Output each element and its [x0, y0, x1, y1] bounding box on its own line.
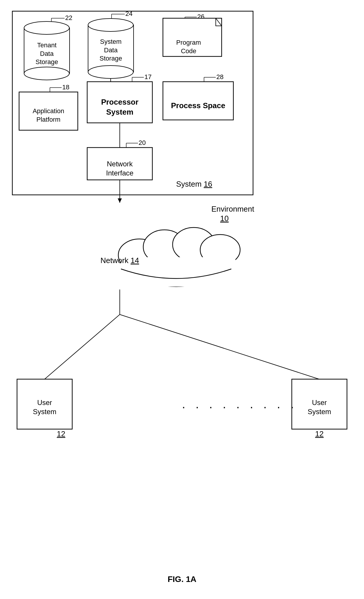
fig-label: FIG. 1A [168, 575, 196, 584]
ref-20: 20 [139, 139, 146, 146]
environment-ref-text: 10 [220, 214, 229, 223]
svg-marker-29 [118, 198, 122, 203]
ref-26: 26 [197, 13, 204, 20]
network-interface-label: NetworkInterface [87, 152, 152, 185]
svg-point-19 [88, 19, 133, 31]
svg-point-17 [24, 67, 69, 80]
ref-22: 22 [65, 14, 72, 21]
app-platform-label: ApplicationPlatform [19, 96, 78, 135]
svg-line-38 [120, 314, 319, 379]
svg-point-34 [200, 235, 240, 265]
system-label-text: System 16 [176, 180, 212, 188]
user-system-left-label: UserSystem [17, 385, 72, 429]
svg-point-31 [118, 239, 161, 271]
diagram-container: 22 24 26 17 28 18 20 [0, 0, 364, 599]
svg-point-30 [125, 237, 227, 287]
ref-24: 24 [125, 10, 132, 17]
user-sys-right-ref: 12 [315, 429, 324, 438]
user-system-right-label: UserSystem [292, 385, 347, 429]
svg-point-32 [143, 230, 186, 264]
system-storage-label: System Data Storage [88, 38, 134, 63]
svg-point-33 [173, 227, 215, 262]
ref-18: 18 [62, 83, 69, 91]
processor-system-label: ProcessorSystem [87, 87, 152, 128]
ref-28: 28 [216, 73, 223, 81]
svg-line-37 [45, 314, 120, 379]
process-space-label: Process Space [163, 87, 233, 125]
svg-rect-35 [121, 257, 235, 287]
svg-point-20 [88, 66, 133, 78]
svg-point-16 [24, 21, 69, 34]
tenant-storage-label: Tenant Data Storage [24, 41, 70, 66]
user-sys-left-ref: 12 [57, 429, 65, 438]
dots-text: · · · · · · · · · [182, 400, 297, 413]
environment-label-text: Environment [211, 205, 255, 213]
ref-17: 17 [144, 73, 151, 81]
network-label-text: Network 14 [100, 256, 139, 265]
program-code-label: ProgramCode [163, 28, 214, 66]
